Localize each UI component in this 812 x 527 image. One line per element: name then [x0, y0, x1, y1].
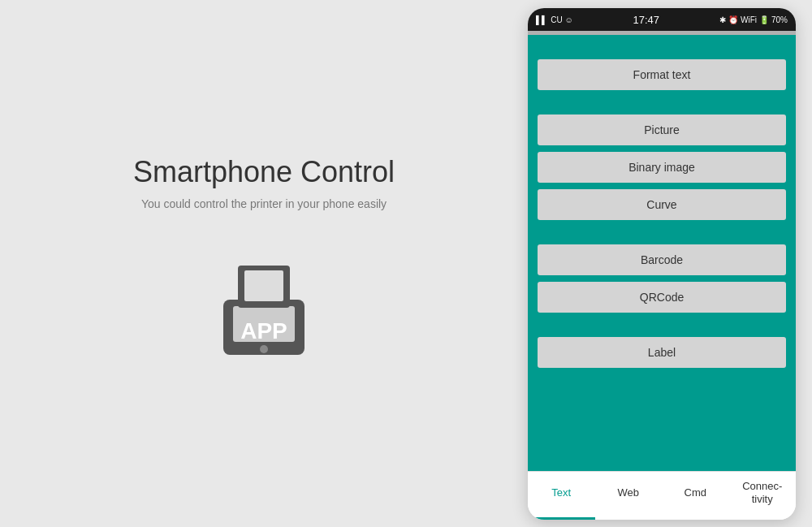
- wifi-icon: WiFi: [741, 15, 757, 24]
- picture-button[interactable]: Picture: [538, 114, 786, 145]
- status-right: ✱ ⏰ WiFi 🔋 70%: [719, 15, 788, 24]
- nav-cmd-label: Cmd: [685, 486, 706, 499]
- nav-connectivity-label: Connec-tivity: [742, 480, 782, 505]
- svg-text:APP: APP: [240, 318, 287, 343]
- nav-cmd[interactable]: Cmd: [662, 472, 729, 520]
- status-bar: ▌▌ CU ☺ 17:47 ✱ ⏰ WiFi 🔋 70%: [528, 8, 796, 31]
- top-spacer: [538, 41, 786, 59]
- nav-web-label: Web: [618, 486, 640, 499]
- phone: ▌▌ CU ☺ 17:47 ✱ ⏰ WiFi 🔋 70% Format text…: [528, 8, 796, 520]
- spacer-3: [538, 319, 786, 337]
- status-time: 17:47: [633, 14, 660, 26]
- qrcode-button[interactable]: QRCode: [538, 282, 786, 313]
- format-text-button[interactable]: Format text: [538, 59, 786, 90]
- svg-point-2: [260, 345, 268, 353]
- nav-text-label: Text: [551, 486, 571, 499]
- battery-icon: 🔋: [759, 15, 769, 24]
- nav-connectivity[interactable]: Connec-tivity: [729, 472, 797, 520]
- app-icon-svg: APP: [207, 251, 321, 365]
- nav-text[interactable]: Text: [528, 472, 595, 520]
- label-button[interactable]: Label: [538, 337, 786, 368]
- phone-content: Format text Picture Binary image Curve B…: [528, 35, 796, 471]
- binary-image-button[interactable]: Binary image: [538, 152, 786, 183]
- app-subtitle: You could control the printer in your ph…: [141, 197, 387, 210]
- bottom-nav: Text Web Cmd Connec-tivity: [528, 471, 796, 520]
- status-left-text: CU ☺: [551, 15, 572, 24]
- left-panel: Smartphone Control You could control the…: [0, 0, 528, 527]
- spacer-2: [538, 227, 786, 244]
- barcode-button[interactable]: Barcode: [538, 244, 786, 275]
- app-title: Smartphone Control: [133, 155, 395, 189]
- spacer-1: [538, 97, 786, 114]
- status-left: ▌▌ CU ☺: [536, 15, 573, 24]
- svg-rect-4: [244, 270, 283, 301]
- curve-button[interactable]: Curve: [538, 189, 786, 220]
- phone-container: ▌▌ CU ☺ 17:47 ✱ ⏰ WiFi 🔋 70% Format text…: [528, 0, 812, 527]
- nav-web[interactable]: Web: [595, 472, 663, 520]
- bluetooth-icon: ✱: [719, 15, 726, 24]
- signal-icon: ▌▌: [536, 15, 547, 24]
- app-icon: APP: [199, 243, 329, 373]
- battery-percent: 70%: [771, 15, 788, 24]
- alarm-icon: ⏰: [728, 15, 738, 24]
